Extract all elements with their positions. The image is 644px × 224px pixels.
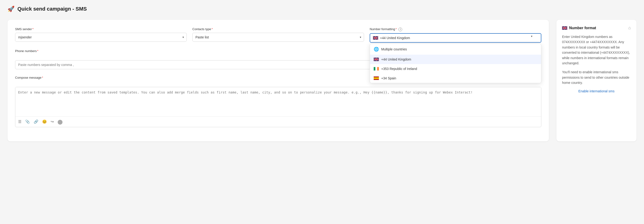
sms-sender-group: SMS sender* mjsender ▾ bbox=[15, 27, 187, 43]
svg-rect-2 bbox=[374, 67, 375, 70]
dropdown-item-uk[interactable]: +44 United Kingdom bbox=[370, 55, 541, 64]
dropdown-item-ireland-label: +353 Republic of Ireland bbox=[381, 67, 417, 71]
emoji-icon[interactable]: 😊 bbox=[42, 120, 47, 124]
uk-flag-icon bbox=[373, 36, 378, 40]
dropdown-item-spain[interactable]: +34 Spain bbox=[370, 74, 541, 83]
contacts-type-group: Contacts type* Paste list ▾ bbox=[192, 27, 364, 43]
compose-toolbar: ☰ 📎 🔗 😊 ↪ ⬤ bbox=[15, 116, 541, 127]
contacts-type-label: Contacts type* bbox=[192, 27, 364, 31]
info-panel: Number format ⌂ Enter United Kingdom num… bbox=[556, 20, 636, 141]
uk-flag-dropdown-icon bbox=[374, 58, 379, 61]
number-formatting-trigger[interactable]: +44 United Kingdom ▾ bbox=[370, 33, 541, 43]
number-formatting-label: Number formatting* i bbox=[370, 27, 541, 31]
dropdown-item-multiple-label: Multiple countries bbox=[381, 47, 407, 51]
contacts-type-select[interactable]: Paste list bbox=[192, 33, 364, 42]
sms-sender-select[interactable]: mjsender bbox=[15, 33, 187, 42]
dropdown-item-uk-label: +44 United Kingdom bbox=[381, 58, 411, 61]
form-panel: SMS sender* mjsender ▾ Contacts type* bbox=[8, 20, 549, 141]
ireland-flag-icon bbox=[374, 67, 379, 71]
number-formatting-value: +44 United Kingdom bbox=[380, 36, 410, 40]
number-formatting-group: Number formatting* i bbox=[370, 27, 541, 43]
spain-flag-icon bbox=[374, 76, 379, 80]
compose-box: ☰ 📎 🔗 😊 ↪ ⬤ bbox=[15, 87, 541, 127]
compose-message-row: Compose message* ☰ 📎 🔗 😊 ↪ ⬤ bbox=[15, 76, 541, 127]
info-panel-title-wrapper: Number format bbox=[562, 26, 596, 30]
attach-icon[interactable]: 📎 bbox=[25, 120, 30, 124]
dropdown-item-spain-label: +34 Spain bbox=[381, 76, 396, 80]
dropdown-item-ireland[interactable]: +353 Republic of Ireland bbox=[370, 64, 541, 74]
top-form-row: SMS sender* mjsender ▾ Contacts type* bbox=[15, 27, 541, 43]
enable-international-sms-link[interactable]: Enable international sms bbox=[562, 89, 631, 93]
svg-rect-4 bbox=[377, 67, 379, 70]
globe-icon: 🌐 bbox=[374, 47, 379, 52]
info-panel-title: Number format bbox=[569, 26, 596, 30]
number-formatting-chevron-icon: ▾ bbox=[531, 34, 532, 38]
info-panel-uk-flag-icon bbox=[562, 26, 567, 30]
number-formatting-wrapper: +44 United Kingdom ▾ 🌐 Multiple countrie… bbox=[370, 33, 541, 43]
page-header: 🚀 Quick send campaign - SMS bbox=[8, 6, 636, 12]
rocket-icon: 🚀 bbox=[8, 6, 14, 12]
page-title: Quick send campaign - SMS bbox=[18, 6, 87, 12]
arrow-icon[interactable]: ↪ bbox=[51, 120, 54, 124]
sms-sender-wrapper: mjsender ▾ bbox=[15, 33, 187, 42]
number-formatting-dropdown: 🌐 Multiple countries bbox=[370, 44, 541, 83]
svg-rect-3 bbox=[375, 67, 377, 70]
home-icon[interactable]: ⌂ bbox=[628, 26, 631, 30]
circle-icon[interactable]: ⬤ bbox=[58, 119, 63, 124]
svg-rect-6 bbox=[374, 77, 379, 79]
info-panel-text-2: You'll need to enable international sms … bbox=[562, 70, 631, 85]
list-icon[interactable]: ☰ bbox=[18, 120, 22, 124]
contacts-type-wrapper: Paste list ▾ bbox=[192, 33, 364, 42]
link-icon[interactable]: 🔗 bbox=[34, 120, 38, 124]
info-panel-text-1: Enter United Kingdom numbers as 074XXXXX… bbox=[562, 34, 631, 66]
dropdown-item-multiple[interactable]: 🌐 Multiple countries bbox=[370, 44, 541, 55]
info-panel-header: Number format ⌂ bbox=[562, 26, 631, 30]
number-formatting-info-icon[interactable]: i bbox=[398, 28, 402, 31]
sms-sender-label: SMS sender* bbox=[15, 27, 187, 31]
compose-message-textarea[interactable] bbox=[15, 87, 541, 116]
